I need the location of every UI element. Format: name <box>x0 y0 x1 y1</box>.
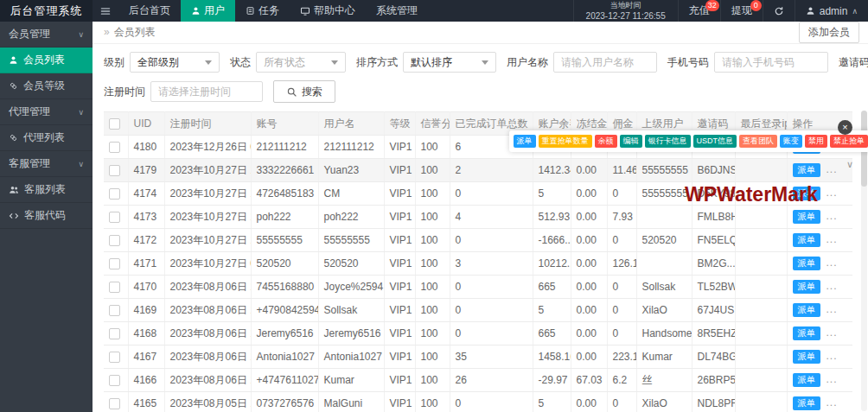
sidebar-item-agent-mgmt[interactable]: 代理管理∨ <box>0 99 93 125</box>
sidebar-item-service-code[interactable]: 客服代码 <box>0 203 93 229</box>
cell-invite: FN5ELQ <box>692 229 735 252</box>
action-button[interactable]: 编辑 <box>620 135 642 148</box>
row-checkbox[interactable] <box>109 258 120 269</box>
filter-phone: 手机号码 <box>667 52 828 73</box>
cell-ip <box>735 252 787 276</box>
select-all-checkbox[interactable] <box>109 118 120 130</box>
more-actions-button[interactable]: ... <box>827 280 838 292</box>
action-button[interactable]: 重置抢单数量 <box>539 135 592 148</box>
more-actions-button[interactable]: ... <box>827 163 838 175</box>
sidebar-item-member-mgmt[interactable]: 会员管理∨ <box>0 22 93 48</box>
row-checkbox[interactable] <box>109 328 120 339</box>
cell-frozen: 0.00 <box>571 276 607 299</box>
action-button[interactable]: 账变 <box>780 135 802 148</box>
dispatch-button[interactable]: 派单 <box>793 257 820 270</box>
vertical-scrollbar[interactable] <box>861 111 867 411</box>
cell-invite: 26BRP5 <box>692 369 735 392</box>
filter-label-phone: 手机号码 <box>667 55 709 70</box>
more-actions-button[interactable]: ... <box>827 396 838 409</box>
hamburger-icon[interactable] <box>93 0 118 22</box>
chevron-down-icon[interactable]: ∨ <box>846 159 853 170</box>
more-actions-button[interactable]: ... <box>827 210 838 222</box>
cell-frozen: 0.00 <box>571 392 607 412</box>
topnav-item-system[interactable]: 系统管理 <box>366 0 428 22</box>
sidebar-item-agent-list[interactable]: 代理列表 <box>0 125 93 151</box>
dispatch-button[interactable]: 派单 <box>793 326 820 340</box>
recharge-button[interactable]: 充值 32 <box>678 0 720 22</box>
refresh-icon[interactable] <box>763 0 795 22</box>
add-member-button[interactable]: 添加会员 <box>799 22 859 43</box>
more-actions-button[interactable]: ... <box>827 257 838 269</box>
cell-frozen: 0.00 <box>571 322 607 345</box>
level-select[interactable]: 全部级别 <box>130 52 220 73</box>
cell-actions: 派单... <box>787 276 852 299</box>
cell-account: 3332226661 <box>251 159 318 182</box>
action-button[interactable]: 银行卡信息 <box>645 135 691 148</box>
cell-level: VIP1 <box>384 229 415 252</box>
action-button[interactable]: 余额 <box>595 135 617 148</box>
cell-commission: 0 <box>607 299 636 322</box>
regtime-input[interactable] <box>150 81 263 102</box>
sidebar-item-member-level[interactable]: 会员等级 <box>0 73 93 99</box>
topnav-item-user[interactable]: 用户 <box>181 0 235 22</box>
level-select-value: 全部级别 <box>137 55 179 70</box>
row-checkbox[interactable] <box>109 352 120 363</box>
filter-regtime: 注册时间 <box>104 81 263 102</box>
username-input[interactable] <box>553 52 657 73</box>
cell-account: 55555555 <box>251 229 318 252</box>
row-checkbox[interactable] <box>109 398 120 409</box>
row-checkbox[interactable] <box>109 282 120 293</box>
action-button[interactable]: 派单 <box>514 135 536 148</box>
table-row: 41662023年08月06日 11:21:06+4747611027Kumar… <box>104 369 852 392</box>
more-actions-button[interactable]: ... <box>827 187 838 199</box>
more-actions-button[interactable]: ... <box>827 326 838 339</box>
cell-username: Kumar <box>318 369 384 392</box>
row-checkbox[interactable] <box>109 188 120 200</box>
more-actions-button[interactable]: ... <box>827 373 838 385</box>
action-button[interactable]: 禁用 <box>805 135 827 148</box>
row-checkbox[interactable] <box>109 305 120 316</box>
sort-select[interactable]: 默认排序 <box>403 52 496 73</box>
status-select[interactable]: 所有状态 <box>256 52 346 73</box>
table-row: 41652023年08月05日 19:31:210737276576MalGun… <box>104 392 852 412</box>
sidebar-item-member-list[interactable]: 会员列表 <box>0 48 93 73</box>
topnav-item-task[interactable]: 任务 <box>235 0 290 22</box>
admin-menu[interactable]: admin ∧ <box>795 0 868 22</box>
row-checkbox[interactable] <box>109 165 120 176</box>
cell-commission: 11.46 <box>607 159 636 182</box>
dispatch-button[interactable]: 派单 <box>793 187 820 200</box>
dispatch-button[interactable]: 派单 <box>793 396 820 410</box>
dispatch-button[interactable]: 派单 <box>793 163 820 177</box>
action-button[interactable]: USDT信息 <box>693 135 737 148</box>
search-button[interactable]: 搜索 <box>273 80 335 103</box>
cell-frozen: 0.00 <box>571 182 607 206</box>
dispatch-button[interactable]: 派单 <box>793 210 820 224</box>
dispatch-button[interactable]: 派单 <box>793 233 820 247</box>
more-actions-button[interactable]: ... <box>827 303 838 315</box>
sort-select-value: 默认排序 <box>411 55 452 70</box>
sidebar-item-service-mgmt[interactable]: 客服管理∨ <box>0 151 93 177</box>
action-button[interactable]: 查看团队 <box>739 135 777 148</box>
dispatch-button[interactable]: 派单 <box>793 350 820 364</box>
close-icon[interactable]: × <box>838 120 852 135</box>
dispatch-button[interactable]: 派单 <box>793 373 820 387</box>
cell-balance: 5 <box>533 299 571 322</box>
row-checkbox[interactable] <box>109 235 120 246</box>
cell-account: +4790842594 <box>251 299 318 322</box>
sidebar-item-service-list[interactable]: 客服列表 <box>0 177 93 203</box>
person-icon <box>806 6 815 16</box>
topnav-item-help[interactable]: 帮助中心 <box>290 0 366 22</box>
dispatch-button[interactable]: 派单 <box>793 280 820 294</box>
row-checkbox[interactable] <box>109 142 120 153</box>
more-actions-button[interactable]: ... <box>827 233 838 245</box>
dispatch-button[interactable]: 派单 <box>793 303 820 317</box>
cell-username: 212111212 <box>318 136 384 159</box>
phone-input[interactable] <box>714 52 828 73</box>
more-actions-button[interactable]: ... <box>827 350 838 362</box>
sidebar: 会员管理∨会员列表会员等级代理管理∨代理列表客服管理∨客服列表客服代码 <box>0 22 93 412</box>
topnav-item-home[interactable]: 后台首页 <box>118 0 181 22</box>
row-checkbox[interactable] <box>109 375 120 386</box>
action-button[interactable]: 禁止抢单 <box>830 135 868 148</box>
withdraw-button[interactable]: 提现 0 <box>720 0 763 22</box>
row-checkbox[interactable] <box>109 212 120 223</box>
